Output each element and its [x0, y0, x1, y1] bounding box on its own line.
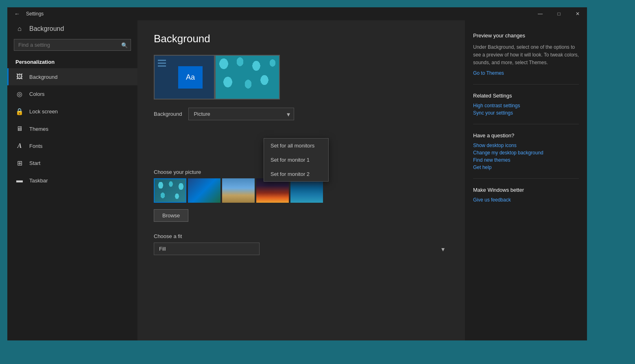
preview-title: Preview your changes — [473, 32, 579, 39]
sidebar-item-taskbar[interactable]: ▬ Taskbar — [7, 172, 137, 189]
browse-button[interactable]: Browse — [154, 209, 188, 222]
search-container: 🔍 — [14, 39, 131, 51]
change-bg-link[interactable]: Change my desktop background — [473, 150, 579, 156]
colors-icon: ◎ — [15, 90, 24, 98]
close-button[interactable]: ✕ — [568, 7, 587, 20]
fonts-label: Fonts — [29, 143, 43, 149]
taskbar-icon: ▬ — [15, 177, 24, 184]
background-type-dropdown[interactable]: Picture Solid color Slideshow — [188, 108, 294, 120]
title-bar-left: ← Settings — [11, 8, 44, 20]
preview-area: Aa — [154, 55, 449, 100]
window-title: Settings — [26, 11, 44, 17]
start-label: Start — [29, 160, 40, 166]
settings-window: ← Settings — □ ✕ ⌂ Background 🔍 Personal… — [7, 7, 587, 340]
context-menu: Set for all monitors Set for monitor 1 S… — [264, 138, 329, 182]
picture-thumb-1[interactable] — [154, 178, 186, 203]
lock-icon: 🔒 — [15, 108, 24, 115]
sidebar-section-title: Personalization — [7, 56, 137, 68]
fonts-icon: A — [15, 142, 24, 150]
taskbar-label: Taskbar — [29, 178, 48, 184]
right-panel: Preview your changes Under Background, s… — [465, 20, 587, 340]
preview-aa-text: Aa — [186, 73, 195, 82]
feedback-link[interactable]: Give us feedback — [473, 197, 579, 203]
fit-dropdown[interactable]: Fill Fit Stretch Tile Center Span — [154, 243, 260, 255]
window-controls: — □ ✕ — [531, 7, 587, 20]
fit-dropdown-wrapper: Fill Fit Stretch Tile Center Span ▾ — [154, 243, 449, 255]
get-help-link[interactable]: Get help — [473, 165, 579, 170]
make-better-title: Make Windows better — [473, 187, 579, 193]
have-question-title: Have a question? — [473, 132, 579, 139]
background-icon: 🖼 — [15, 73, 24, 80]
picture-thumb-2[interactable] — [188, 178, 220, 203]
picture-thumb-4[interactable] — [256, 178, 289, 203]
sidebar: ⌂ Background 🔍 Personalization 🖼 Backgro… — [7, 20, 137, 340]
preview-aa-box: Aa — [178, 66, 203, 89]
sync-settings-link[interactable]: Sync your settings — [473, 110, 579, 116]
related-settings-title: Related Settings — [473, 93, 579, 99]
sidebar-item-background[interactable]: 🖼 Background — [7, 68, 137, 85]
search-icon: 🔍 — [121, 42, 128, 48]
lock-screen-label: Lock screen — [29, 108, 58, 115]
sidebar-item-colors[interactable]: ◎ Colors — [7, 85, 137, 103]
background-type-row: Background Picture Solid color Slideshow… — [154, 108, 449, 120]
title-bar: ← Settings — □ ✕ — [7, 7, 587, 20]
picture-thumb-3[interactable] — [222, 178, 255, 203]
minimize-button[interactable]: — — [531, 7, 550, 20]
sidebar-item-home[interactable]: ⌂ Background — [7, 20, 137, 37]
fit-dropdown-arrow-icon: ▾ — [441, 245, 445, 253]
high-contrast-link[interactable]: High contrast settings — [473, 103, 579, 108]
line-2 — [158, 63, 166, 64]
preview-monitor-right — [215, 55, 280, 100]
sidebar-item-fonts[interactable]: A Fonts — [7, 137, 137, 154]
sidebar-item-lock-screen[interactable]: 🔒 Lock screen — [7, 103, 137, 120]
background-label: Background — [29, 74, 57, 80]
background-dropdown-wrapper: Picture Solid color Slideshow ▾ — [188, 108, 294, 120]
window-content: ⌂ Background 🔍 Personalization 🖼 Backgro… — [7, 20, 587, 340]
sidebar-item-start[interactable]: ⊞ Start — [7, 154, 137, 172]
picture-grid — [154, 178, 449, 203]
preview-description: Under Background, select one of the opti… — [473, 43, 579, 67]
preview-monitor-left: Aa — [154, 55, 215, 100]
home-icon: ⌂ — [15, 25, 24, 32]
themes-label: Themes — [29, 126, 48, 132]
line-3 — [158, 65, 166, 67]
search-input[interactable] — [14, 39, 131, 51]
divider-2 — [473, 124, 579, 124]
start-icon: ⊞ — [15, 159, 24, 167]
jellyfish-pattern — [216, 56, 279, 99]
fit-label: Choose a fit — [154, 233, 449, 239]
home-label: Background — [29, 25, 64, 32]
find-themes-link[interactable]: Find new themes — [473, 157, 579, 163]
monitor-lines — [158, 60, 166, 67]
background-type-label: Background — [154, 111, 182, 117]
divider-3 — [473, 178, 579, 179]
main-panel: Background Aa — [137, 20, 465, 340]
picture-thumb-5[interactable] — [290, 178, 323, 203]
context-menu-item-monitor-2[interactable]: Set for monitor 2 — [264, 167, 328, 181]
colors-label: Colors — [29, 91, 45, 97]
divider-1 — [473, 84, 579, 84]
context-menu-item-monitor-1[interactable]: Set for monitor 1 — [264, 153, 328, 167]
context-menu-item-all-monitors[interactable]: Set for all monitors — [264, 139, 328, 153]
go-to-themes-link[interactable]: Go to Themes — [473, 70, 579, 76]
fit-section: Choose a fit Fill Fit Stretch Tile Cente… — [154, 233, 449, 255]
maximize-button[interactable]: □ — [550, 7, 568, 20]
page-title: Background — [154, 32, 449, 45]
themes-icon: 🖥 — [15, 125, 24, 132]
line-1 — [158, 60, 166, 61]
sidebar-item-themes[interactable]: 🖥 Themes — [7, 120, 137, 137]
show-icons-link[interactable]: Show desktop icons — [473, 143, 579, 148]
back-button[interactable]: ← — [11, 8, 23, 20]
